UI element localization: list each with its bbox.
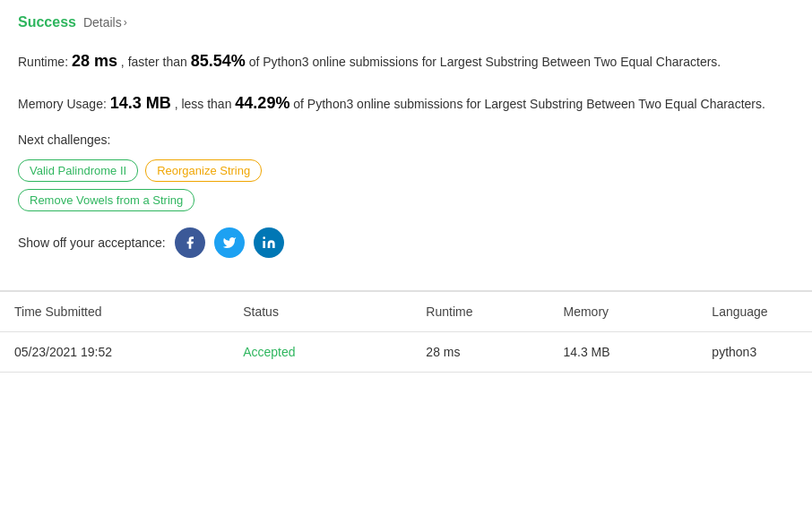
- memory-percent: 44.29%: [235, 94, 289, 112]
- table-header-row: Time Submitted Status Runtime Memory Lan…: [0, 291, 812, 331]
- col-header-time: Time Submitted: [0, 291, 229, 331]
- memory-suffix: of Python3 online submissions for Larges…: [293, 97, 765, 111]
- linkedin-icon: [262, 236, 276, 250]
- memory-stat-block: Memory Usage: 14.3 MB , less than 44.29%…: [18, 90, 794, 116]
- col-header-status: Status: [229, 291, 411, 331]
- runtime-value: 28 ms: [72, 52, 117, 70]
- facebook-button[interactable]: [175, 227, 205, 258]
- tag-valid-palindrome[interactable]: Valid Palindrome II: [18, 159, 138, 182]
- twitter-icon: [222, 236, 237, 250]
- facebook-icon: [183, 236, 197, 250]
- table-row: 05/23/2021 19:52 Accepted 28 ms 14.3 MB …: [0, 331, 812, 372]
- cell-time: 05/23/2021 19:52: [0, 331, 229, 372]
- chevron-icon: ›: [124, 16, 127, 29]
- submissions-table-wrapper: Time Submitted Status Runtime Memory Lan…: [0, 291, 812, 373]
- cell-memory: 14.3 MB: [549, 331, 697, 372]
- runtime-middle: , faster than: [121, 55, 187, 69]
- runtime-label: Runtime:: [18, 55, 68, 69]
- tag-reorganize-string[interactable]: Reorganize String: [145, 159, 262, 182]
- memory-label: Memory Usage:: [18, 97, 107, 111]
- submissions-table: Time Submitted Status Runtime Memory Lan…: [0, 291, 812, 373]
- success-label: Success: [18, 14, 76, 30]
- linkedin-button[interactable]: [254, 227, 284, 258]
- social-label: Show off your acceptance:: [18, 236, 166, 250]
- twitter-button[interactable]: [214, 227, 245, 258]
- cell-status: Accepted: [229, 331, 411, 372]
- cell-runtime: 28 ms: [411, 331, 549, 372]
- details-label: Details: [83, 15, 122, 30]
- details-link[interactable]: Details ›: [83, 15, 127, 30]
- memory-middle: , less than: [175, 97, 232, 111]
- runtime-suffix: of Python3 online submissions for Larges…: [249, 55, 721, 69]
- tag-remove-vowels[interactable]: Remove Vowels from a String: [18, 189, 194, 211]
- runtime-percent: 85.54%: [191, 52, 246, 70]
- accepted-status[interactable]: Accepted: [243, 345, 295, 359]
- col-header-memory: Memory: [549, 291, 697, 331]
- social-row: Show off your acceptance:: [18, 227, 794, 258]
- memory-value: 14.3 MB: [110, 94, 171, 112]
- cell-language: python3: [697, 331, 812, 372]
- col-header-language: Language: [697, 291, 812, 331]
- challenge-tags: Valid Palindrome II Reorganize String Re…: [18, 159, 794, 211]
- col-header-runtime: Runtime: [411, 291, 549, 331]
- svg-point-0: [263, 236, 265, 239]
- next-challenges-label: Next challenges:: [18, 133, 794, 147]
- runtime-stat-block: Runtime: 28 ms , faster than 85.54% of P…: [18, 48, 794, 74]
